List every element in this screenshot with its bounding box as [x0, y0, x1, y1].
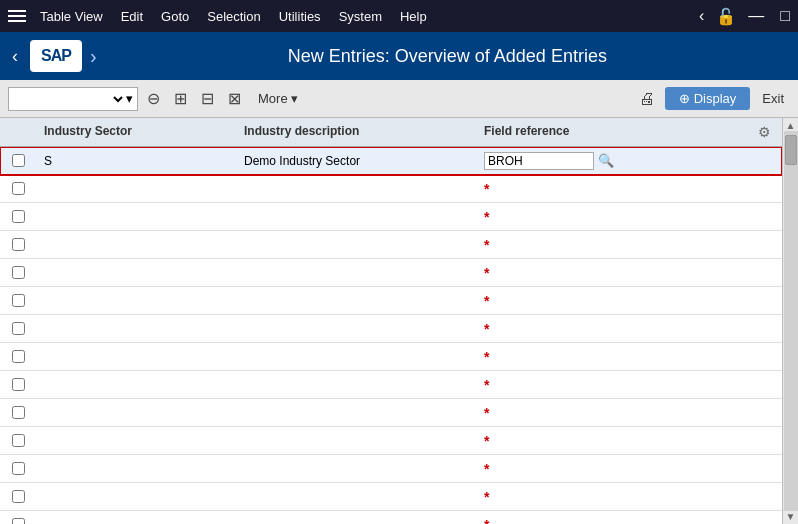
display-button[interactable]: ⊕ Display — [665, 87, 751, 110]
row-checkbox[interactable] — [12, 182, 25, 195]
row-checkbox-cell — [0, 154, 36, 167]
table-row: * — [0, 259, 782, 287]
menu-selection[interactable]: Selection — [199, 5, 268, 28]
row-field-cell[interactable]: * — [476, 403, 782, 423]
row-checkbox[interactable] — [12, 154, 25, 167]
row-checkbox[interactable] — [12, 294, 25, 307]
field-search-icon[interactable]: 🔍 — [598, 153, 614, 168]
row-field-cell[interactable]: * — [476, 291, 782, 311]
row-checkbox[interactable] — [12, 462, 25, 475]
row-checkbox[interactable] — [12, 378, 25, 391]
maximize-btn[interactable]: □ — [776, 7, 794, 25]
row-field-cell[interactable]: * — [476, 459, 782, 479]
row-industry-cell[interactable] — [36, 467, 236, 471]
menu-system[interactable]: System — [331, 5, 390, 28]
header-settings[interactable]: ⚙ — [758, 124, 782, 140]
exit-button[interactable]: Exit — [756, 87, 790, 110]
row-desc-cell[interactable] — [236, 187, 476, 191]
row-checkbox[interactable] — [12, 350, 25, 363]
nav-left-arrow[interactable]: ‹ — [695, 7, 708, 25]
minus-btn[interactable]: ⊖ — [142, 86, 165, 111]
required-star: * — [484, 349, 489, 365]
dropdown-wrapper[interactable]: ▾ — [8, 87, 138, 111]
table-wrapper: Industry Sector Industry description Fie… — [0, 118, 798, 524]
minimize-btn[interactable]: — — [744, 7, 768, 25]
menu-help[interactable]: Help — [392, 5, 435, 28]
row-industry-cell[interactable] — [36, 383, 236, 387]
print-button[interactable]: 🖨 — [635, 86, 659, 112]
table-row: * — [0, 427, 782, 455]
titlebar: ‹ SAP › New Entries: Overview of Added E… — [0, 32, 798, 80]
row-checkbox[interactable] — [12, 518, 25, 524]
row-checkbox[interactable] — [12, 490, 25, 503]
row-checkbox[interactable] — [12, 434, 25, 447]
table-header: Industry Sector Industry description Fie… — [0, 118, 782, 147]
hamburger-menu[interactable] — [4, 6, 30, 26]
required-star: * — [484, 377, 489, 393]
row-field-cell[interactable]: * — [476, 319, 782, 339]
menu-utilities[interactable]: Utilities — [271, 5, 329, 28]
row-checkbox[interactable] — [12, 266, 25, 279]
row-checkbox[interactable] — [12, 322, 25, 335]
toolbar-dropdown[interactable] — [13, 91, 126, 107]
row-field-cell[interactable]: * — [476, 431, 782, 451]
more-button[interactable]: More ▾ — [250, 88, 306, 109]
menu-table-view[interactable]: Table View — [32, 5, 111, 28]
row-checkbox[interactable] — [12, 238, 25, 251]
row-desc-cell[interactable] — [236, 411, 476, 415]
row-field-cell[interactable]: * — [476, 207, 782, 227]
row-desc-cell[interactable] — [236, 243, 476, 247]
row-industry-cell[interactable] — [36, 495, 236, 499]
row-industry-cell[interactable] — [36, 355, 236, 359]
row-industry-cell[interactable] — [36, 439, 236, 443]
field-reference-input[interactable] — [484, 152, 594, 170]
row-industry-cell[interactable] — [36, 215, 236, 219]
row-field-cell[interactable]: * — [476, 375, 782, 395]
scroll-down-button[interactable]: ▼ — [786, 511, 796, 522]
settings-icon[interactable]: ⚙ — [758, 124, 771, 140]
row-desc-cell[interactable] — [236, 467, 476, 471]
row-desc-cell[interactable] — [236, 327, 476, 331]
back-button[interactable]: ‹ — [12, 46, 18, 67]
row-field-cell[interactable]: * — [476, 235, 782, 255]
table-row: * — [0, 371, 782, 399]
table-row: * — [0, 287, 782, 315]
grid3-icon: ⊠ — [228, 89, 241, 108]
row-field-cell[interactable]: * — [476, 487, 782, 507]
row-field-cell[interactable]: * — [476, 263, 782, 283]
menu-edit[interactable]: Edit — [113, 5, 151, 28]
grid-btn-2[interactable]: ⊟ — [196, 86, 219, 111]
row-industry-cell[interactable] — [36, 411, 236, 415]
row-industry-value: S — [44, 154, 52, 168]
row-industry-cell[interactable] — [36, 243, 236, 247]
row-desc-cell[interactable] — [236, 383, 476, 387]
table-row: * — [0, 455, 782, 483]
row-field-cell[interactable]: * — [476, 515, 782, 525]
row-industry-cell[interactable] — [36, 327, 236, 331]
row-industry-cell[interactable] — [36, 299, 236, 303]
scroll-thumb[interactable] — [785, 135, 797, 165]
row-field-cell[interactable]: * — [476, 347, 782, 367]
row-industry-cell[interactable] — [36, 187, 236, 191]
grid-btn-1[interactable]: ⊞ — [169, 86, 192, 111]
row-desc-cell[interactable] — [236, 215, 476, 219]
menu-goto[interactable]: Goto — [153, 5, 197, 28]
table-container: Industry Sector Industry description Fie… — [0, 118, 798, 524]
row-industry-cell[interactable]: S — [36, 152, 236, 170]
row-field-cell[interactable]: * — [476, 179, 782, 199]
row-desc-cell[interactable] — [236, 439, 476, 443]
vertical-scrollbar[interactable]: ▲ ▼ — [782, 118, 798, 524]
scroll-track[interactable] — [784, 131, 798, 511]
row-checkbox[interactable] — [12, 210, 25, 223]
scroll-up-button[interactable]: ▲ — [786, 120, 796, 131]
row-checkbox[interactable] — [12, 406, 25, 419]
row-industry-cell[interactable] — [36, 271, 236, 275]
row-desc-cell[interactable] — [236, 299, 476, 303]
row-field-cell[interactable]: 🔍 — [476, 150, 782, 172]
row-desc-cell[interactable] — [236, 271, 476, 275]
row-desc-cell[interactable] — [236, 355, 476, 359]
row-desc-cell[interactable]: Demo Industry Sector — [236, 152, 476, 170]
print-icon: 🖨 — [639, 90, 655, 107]
row-desc-cell[interactable] — [236, 495, 476, 499]
grid-btn-3[interactable]: ⊠ — [223, 86, 246, 111]
